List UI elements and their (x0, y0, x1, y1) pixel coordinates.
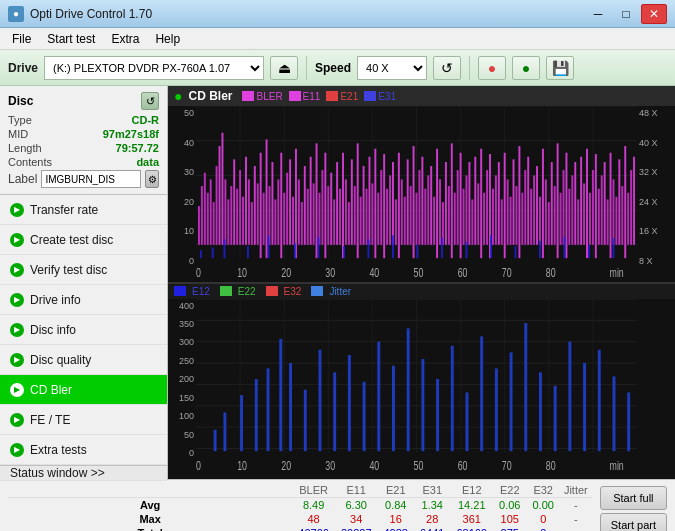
svg-rect-21 (219, 146, 221, 245)
svg-rect-115 (495, 175, 497, 244)
svg-rect-111 (483, 193, 485, 245)
toolbar-divider2 (469, 56, 470, 80)
svg-rect-80 (392, 162, 394, 245)
stats-total-e21: 4038 (378, 526, 414, 531)
disc-mid-value: 97m27s18f (103, 128, 159, 140)
sidebar-item-transfer-rate[interactable]: ▶ Transfer rate (0, 195, 167, 225)
sidebar-item-fe-te[interactable]: ▶ FE / TE (0, 405, 167, 435)
svg-rect-41 (277, 179, 279, 244)
nav-label-drive-info: Drive info (30, 293, 81, 307)
svg-rect-84 (404, 197, 406, 245)
svg-rect-226 (451, 345, 454, 450)
svg-rect-172 (392, 235, 394, 258)
svg-rect-39 (271, 162, 273, 245)
svg-rect-47 (295, 149, 297, 258)
svg-rect-222 (392, 365, 395, 450)
menu-file[interactable]: File (4, 30, 39, 48)
sidebar-item-disc-info[interactable]: ▶ Disc info (0, 315, 167, 345)
minimize-button[interactable]: ─ (585, 4, 611, 24)
status-window-button[interactable]: Status window >> (0, 465, 167, 481)
disc-type-label: Type (8, 114, 32, 126)
legend-e11-color (289, 91, 301, 101)
stats-max-e31: 28 (414, 512, 450, 526)
stats-max-e11: 34 (335, 512, 378, 526)
disc-label-input[interactable] (41, 170, 141, 188)
nav-label-transfer-rate: Transfer rate (30, 203, 98, 217)
svg-rect-233 (554, 385, 557, 450)
disc-length-label: Length (8, 142, 42, 154)
svg-text:50: 50 (414, 458, 424, 472)
erase-button[interactable]: ● (478, 56, 506, 80)
chart2-svg: 0 10 20 30 40 50 60 70 80 min (196, 299, 637, 473)
svg-rect-43 (283, 193, 285, 245)
svg-text:30: 30 (325, 458, 335, 472)
chart2-yaxis-left: 0 50 100 150 200 250 300 350 400 (168, 299, 196, 473)
sidebar-item-verify-test-disc[interactable]: ▶ Verify test disc (0, 255, 167, 285)
svg-rect-15 (201, 186, 203, 245)
sidebar-item-drive-info[interactable]: ▶ Drive info (0, 285, 167, 315)
stats-total-e11: 30227 (335, 526, 378, 531)
svg-rect-51 (307, 189, 309, 245)
svg-rect-129 (536, 166, 538, 245)
svg-rect-44 (286, 173, 288, 245)
svg-text:20: 20 (281, 458, 291, 472)
sidebar-item-cd-bler[interactable]: ▶ CD Bler (0, 375, 167, 405)
eject-button[interactable]: ⏏ (270, 56, 298, 80)
legend2-jitter-label: Jitter (329, 286, 351, 297)
svg-rect-103 (460, 153, 462, 258)
disc-label-icon-button[interactable]: ⚙ (145, 170, 159, 188)
speed-select[interactable]: 40 X (357, 56, 427, 80)
menu-extra[interactable]: Extra (103, 30, 147, 48)
sidebar-item-disc-quality[interactable]: ▶ Disc quality (0, 345, 167, 375)
nav-label-fe-te: FE / TE (30, 413, 70, 427)
svg-rect-236 (598, 349, 601, 450)
svg-rect-120 (510, 197, 512, 245)
svg-rect-151 (601, 175, 603, 244)
svg-rect-218 (333, 372, 336, 451)
svg-rect-76 (380, 170, 382, 245)
start-part-button[interactable]: Start part (600, 513, 667, 531)
close-button[interactable]: ✕ (641, 4, 667, 24)
stats-avg-e12: 14.21 (450, 498, 493, 513)
stats-table: BLER E11 E21 E31 E12 E22 E32 Jitter Avg … (8, 483, 592, 531)
save-button[interactable]: 💾 (546, 56, 574, 80)
menu-start-test[interactable]: Start test (39, 30, 103, 48)
menu-help[interactable]: Help (147, 30, 188, 48)
stats-header-row: BLER E11 E21 E31 E12 E22 E32 Jitter (8, 483, 592, 498)
drive-select[interactable]: (K:) PLEXTOR DVDR PX-760A 1.07 (44, 56, 264, 80)
stats-col-jitter: Jitter (560, 483, 592, 498)
maximize-button[interactable]: □ (613, 4, 639, 24)
svg-rect-173 (417, 245, 419, 258)
svg-rect-210 (223, 412, 226, 451)
svg-rect-159 (624, 146, 626, 258)
sidebar-item-create-test-disc[interactable]: ▶ Create test disc (0, 225, 167, 255)
nav-label-disc-quality: Disc quality (30, 353, 91, 367)
disc-label-label: Label (8, 172, 37, 186)
stats-max-row: Max 48 34 16 28 361 105 0 - (8, 512, 592, 526)
svg-rect-229 (495, 368, 498, 451)
svg-rect-30 (245, 157, 247, 245)
svg-rect-32 (251, 202, 253, 245)
speed-refresh-button[interactable]: ↺ (433, 56, 461, 80)
svg-rect-181 (613, 238, 615, 258)
stats-max-label: Max (8, 512, 292, 526)
svg-text:70: 70 (502, 265, 512, 279)
svg-rect-100 (451, 143, 453, 258)
svg-rect-22 (221, 133, 223, 245)
legend-e11-label: E11 (303, 91, 321, 102)
sidebar-item-extra-tests[interactable]: ▶ Extra tests (0, 435, 167, 465)
svg-rect-85 (407, 159, 409, 244)
svg-rect-158 (621, 186, 623, 245)
start-full-button[interactable]: Start full (600, 486, 667, 510)
svg-rect-23 (224, 179, 226, 244)
svg-rect-163 (200, 250, 202, 258)
disc-refresh-button[interactable]: ↺ (141, 92, 159, 110)
svg-rect-136 (557, 143, 559, 258)
svg-rect-162 (633, 157, 635, 245)
burn-button[interactable]: ● (512, 56, 540, 80)
stats-max-jitter: - (560, 512, 592, 526)
chart1-icon: ● (174, 88, 182, 104)
svg-rect-135 (554, 186, 556, 245)
svg-text:40: 40 (369, 458, 379, 472)
svg-rect-219 (348, 355, 351, 451)
